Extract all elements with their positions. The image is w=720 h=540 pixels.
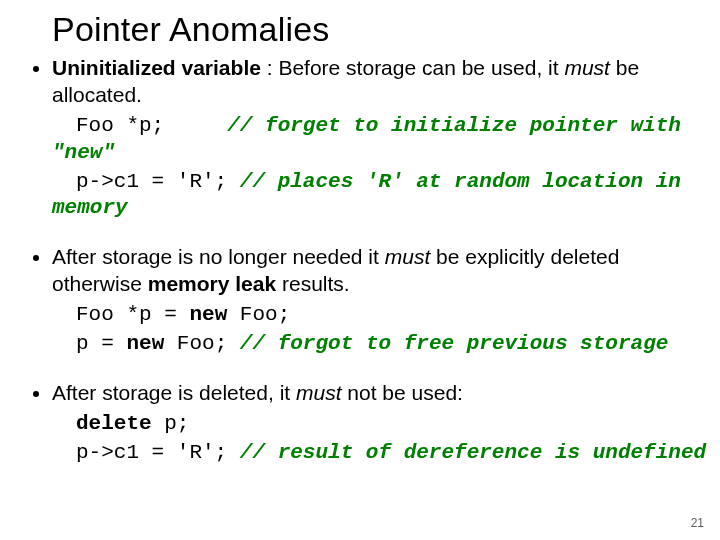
comment-continue: memory (52, 195, 692, 222)
must-word: must (564, 56, 610, 79)
leak-word: memory leak (148, 272, 276, 295)
code: p = (76, 332, 126, 355)
slide: Pointer Anomalies Uninitialized variable… (0, 0, 720, 540)
page-number: 21 (691, 516, 704, 530)
bullet-list: Uninitialized variable : Before storage … (28, 55, 692, 466)
code-line: Foo *p; // forget to initialize pointer … (76, 111, 692, 140)
lead-text: not be used: (341, 381, 462, 404)
must-word: must (296, 381, 342, 404)
keyword-new: new (126, 332, 164, 355)
code-comment: // places 'R' at random location in (240, 170, 681, 193)
lead-bold: Uninitialized variable (52, 56, 261, 79)
code-comment: // result of dereference is undefined (240, 441, 706, 464)
code: Foo; (227, 303, 290, 326)
code-comment: // forget to initialize pointer with (227, 114, 681, 137)
code-comment: // forgot to free previous storage (240, 332, 668, 355)
lead-text: : Before storage can be used, it (261, 56, 565, 79)
page-title: Pointer Anomalies (52, 10, 692, 49)
spacer (227, 170, 240, 193)
code-block-3: delete p; p->c1 = 'R'; // result of dere… (76, 409, 692, 467)
code: p->c1 = 'R'; (76, 170, 227, 193)
code-block-2: Foo *p = new Foo; p = new Foo; // forgot… (76, 300, 692, 358)
bullet-memory-leak: After storage is no longer needed it mus… (52, 244, 692, 358)
keyword-delete: delete (76, 412, 152, 435)
code: Foo *p; (76, 114, 164, 137)
lead-text: After storage is no longer needed it (52, 245, 385, 268)
code: p->c1 = 'R'; (76, 441, 240, 464)
code: Foo; (164, 332, 240, 355)
keyword-new: new (189, 303, 227, 326)
bullet-uninitialized: Uninitialized variable : Before storage … (52, 55, 692, 222)
code-line: Foo *p = new Foo; (76, 300, 692, 329)
code: p; (152, 412, 190, 435)
code-block-1: Foo *p; // forget to initialize pointer … (76, 111, 692, 223)
spacer (164, 114, 227, 137)
code-line: p->c1 = 'R'; // places 'R' at random loc… (76, 167, 692, 196)
lead-text: After storage is deleted, it (52, 381, 296, 404)
bullet-use-after-free: After storage is deleted, it must not be… (52, 380, 692, 467)
comment-continue: "new" (52, 140, 692, 167)
code-line: delete p; (76, 409, 692, 438)
code-line: p = new Foo; // forgot to free previous … (76, 329, 692, 358)
code-line: p->c1 = 'R'; // result of dereference is… (76, 438, 692, 467)
lead-text: results. (276, 272, 350, 295)
code: Foo *p = (76, 303, 189, 326)
must-word: must (385, 245, 431, 268)
